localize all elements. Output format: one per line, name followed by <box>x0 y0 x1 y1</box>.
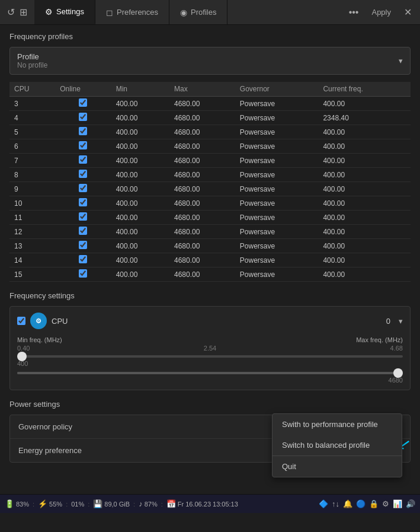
profile-dropdown[interactable]: Profile No profile ▾ <box>9 47 411 75</box>
taskbar-sep2: : <box>66 501 68 508</box>
context-menu-item-performance[interactable]: Swith to performance profile <box>272 414 402 435</box>
taskbar-disk: 💾 89,0 GiB <box>93 499 130 508</box>
profile-dropdown-arrow: ▾ <box>399 56 403 65</box>
online-checkbox[interactable] <box>79 113 87 121</box>
col-current-freq: Current freq. <box>318 82 411 97</box>
online-checkbox[interactable] <box>79 141 87 149</box>
cell-online[interactable] <box>55 253 111 267</box>
cell-online[interactable] <box>55 239 111 253</box>
profiles-tab-icon: ◉ <box>180 8 187 17</box>
power-settings-header: Power settings <box>9 400 411 409</box>
table-row: 8 400.00 4680.00 Powersave 400.00 <box>9 168 411 182</box>
bluetooth-icon[interactable]: 🔷 <box>319 499 328 508</box>
online-checkbox[interactable] <box>79 227 87 235</box>
table-row: 5 400.00 4680.00 Powersave 400.00 <box>9 125 411 139</box>
settings-icon[interactable]: ⚙ <box>382 499 389 508</box>
cell-online[interactable] <box>55 182 111 196</box>
profiles-tab-label: Profiles <box>191 8 216 17</box>
settings-tab-label: Settings <box>56 7 84 16</box>
online-checkbox[interactable] <box>79 127 87 135</box>
context-menu-item-quit[interactable]: Quit <box>272 455 402 477</box>
cell-max: 4680.00 <box>169 139 235 154</box>
min-slider-track <box>17 355 403 358</box>
online-checkbox[interactable] <box>79 98 87 107</box>
cell-min: 400.00 <box>111 97 169 111</box>
online-checkbox[interactable] <box>79 269 87 278</box>
power-icon: ⚡ <box>38 499 47 508</box>
cell-max: 4680.00 <box>169 154 235 168</box>
lock-icon[interactable]: 🔒 <box>369 499 379 508</box>
cell-cpu: 11 <box>9 211 55 225</box>
col-cpu: CPU <box>9 82 55 97</box>
cell-current: 400.00 <box>318 97 411 111</box>
refresh-icon[interactable]: ↺ <box>7 7 15 18</box>
app-icon1[interactable]: 📊 <box>393 499 402 508</box>
cell-governor: Powersave <box>235 154 319 168</box>
volume-icon[interactable]: 🔊 <box>406 499 415 508</box>
online-checkbox[interactable] <box>79 155 87 164</box>
online-checkbox[interactable] <box>79 255 87 263</box>
max-slider-thumb[interactable] <box>393 368 403 378</box>
cell-min: 400.00 <box>111 253 169 267</box>
cell-online[interactable] <box>55 139 111 154</box>
context-menu-item-balanced[interactable]: Switch to balanced profile <box>272 435 402 455</box>
taskbar-music: ♪ 87% <box>139 499 158 508</box>
freq-settings-box: ⚙ CPU 0 ▾ Min freq. (MHz) Max freq. (MHz… <box>9 306 411 390</box>
cell-current: 400.00 <box>318 154 411 168</box>
cell-min: 400.00 <box>111 182 169 196</box>
cell-current: 400.00 <box>318 211 411 225</box>
cell-current: 400.00 <box>318 196 411 211</box>
cpu-dropdown-arrow[interactable]: ▾ <box>399 317 403 326</box>
min-freq-label: Min freq. (MHz) <box>17 336 62 343</box>
tab-settings[interactable]: ⚙ Settings <box>34 0 95 24</box>
cell-online[interactable] <box>55 125 111 139</box>
taskbar-battery: 🔋 83% <box>5 499 29 508</box>
cell-max: 4680.00 <box>169 111 235 125</box>
cell-online[interactable] <box>55 267 111 282</box>
status-icon1[interactable]: 🔵 <box>356 499 366 508</box>
cell-cpu: 7 <box>9 154 55 168</box>
taskbar-cpu: 01% <box>71 501 84 508</box>
network-icon[interactable]: ↑↓ <box>332 499 339 508</box>
grid-icon[interactable]: ⊞ <box>20 7 27 18</box>
cell-online[interactable] <box>55 168 111 182</box>
battery-pct: 83% <box>16 501 29 508</box>
notifications-icon[interactable]: 🔔 <box>343 499 352 508</box>
cell-online[interactable] <box>55 154 111 168</box>
tab-profiles[interactable]: ◉ Profiles <box>169 0 227 24</box>
cell-governor: Powersave <box>235 225 319 239</box>
cell-max: 4680.00 <box>169 97 235 111</box>
cell-max: 4680.00 <box>169 196 235 211</box>
cell-max: 4680.00 <box>169 168 235 182</box>
close-button[interactable]: ✕ <box>400 7 415 18</box>
col-online: Online <box>55 82 111 97</box>
online-checkbox[interactable] <box>79 198 87 206</box>
cell-max: 4680.00 <box>169 182 235 196</box>
table-row: 14 400.00 4680.00 Powersave 400.00 <box>9 253 411 267</box>
cell-cpu: 12 <box>9 225 55 239</box>
cell-current: 400.00 <box>318 125 411 139</box>
freq-settings-checkbox[interactable] <box>17 317 25 325</box>
min-slider-thumb[interactable] <box>17 352 27 361</box>
cell-online[interactable] <box>55 225 111 239</box>
online-checkbox[interactable] <box>79 241 87 249</box>
titlebar: ↺ ⊞ ⚙ Settings ◻ Preferences ◉ Profiles … <box>0 0 420 25</box>
table-row: 7 400.00 4680.00 Powersave 400.00 <box>9 154 411 168</box>
online-checkbox[interactable] <box>79 212 87 221</box>
cell-governor: Powersave <box>235 211 319 225</box>
taskbar-systray: 🔷 ↑↓ 🔔 🔵 🔒 ⚙ 📊 🔊 <box>319 499 415 508</box>
freq-labels: Min freq. (MHz) Max freq. (MHz) <box>17 336 403 343</box>
cell-online[interactable] <box>55 97 111 111</box>
apply-button[interactable]: Apply <box>364 5 398 19</box>
cell-online[interactable] <box>55 111 111 125</box>
cell-max: 4680.00 <box>169 125 235 139</box>
online-checkbox[interactable] <box>79 170 87 178</box>
online-checkbox[interactable] <box>79 184 87 192</box>
cell-cpu: 10 <box>9 196 55 211</box>
more-button[interactable]: ••• <box>345 7 363 18</box>
tab-preferences[interactable]: ◻ Preferences <box>95 0 169 24</box>
cell-max: 4680.00 <box>169 253 235 267</box>
freq-sublabels: 0.40 2.54 4.68 <box>17 345 403 352</box>
cell-online[interactable] <box>55 211 111 225</box>
cell-online[interactable] <box>55 196 111 211</box>
